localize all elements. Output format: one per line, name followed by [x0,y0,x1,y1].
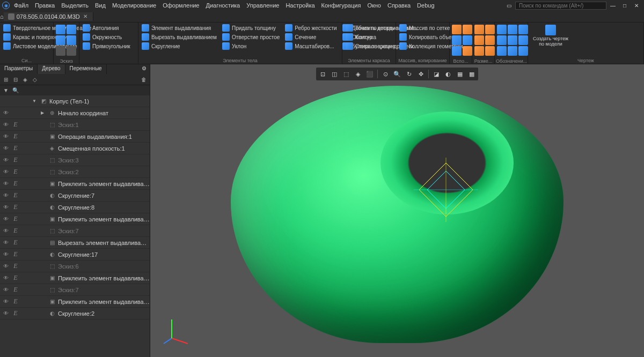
visibility-toggle-icon[interactable]: 👁 [2,251,10,258]
menu-выделить[interactable]: Выделить [58,1,92,10]
aux-tool-icon[interactable] [463,35,472,45]
close-button[interactable]: ✕ [631,1,642,10]
include-toggle-icon[interactable]: Ε [12,274,19,282]
viewport-3d[interactable]: ⊡ ◫ ⬚ ◈ ⬛ ⊙ 🔍 ↻ ✥ ◪ ◐ ▦ ▩ [150,64,644,357]
menu-настройка[interactable]: Настройка [282,1,318,10]
tree-item[interactable]: 👁Ε▣Приклеить элемент выдавливания [0,272,150,284]
tree-item[interactable]: 👁▶⊕Начало координат [0,107,150,119]
redo-icon[interactable] [67,46,76,56]
annot-tool-icon[interactable] [508,35,517,45]
open-doc-icon[interactable] [67,25,76,34]
annot-tool-icon[interactable] [508,25,517,34]
tab-tree[interactable]: Дерево [38,64,65,74]
tree-item[interactable]: 👁Ε▣Приклеить элемент выдавливания [0,213,150,225]
visibility-toggle-icon[interactable]: 👁 [2,286,10,294]
ribbon-button[interactable]: Ребро жесткости [283,24,339,32]
tree-item[interactable]: 👁Ε▣Операция выдавливания:1 [0,131,150,143]
include-toggle-icon[interactable]: Ε [12,121,19,129]
aux-tool-icon[interactable] [452,35,462,45]
include-toggle-icon[interactable]: Ε [12,310,19,317]
visibility-toggle-icon[interactable]: 👁 [2,310,10,317]
panel-settings-icon[interactable]: ⚙ [138,64,150,74]
create-drawing-button[interactable]: Создать чертеж по модели [529,24,572,56]
view-cube-icon[interactable]: ◪ [431,69,442,79]
dim-tool-icon[interactable] [485,25,495,34]
annot-tool-icon[interactable] [497,25,507,34]
include-toggle-icon[interactable]: Ε [12,192,19,199]
tree-item[interactable]: 👁Ε▣Приклеить элемент выдавливания [0,296,150,308]
visibility-toggle-icon[interactable]: 👁 [2,227,10,235]
document-tab[interactable]: 078.505.0.0104.00.M3D ✕ [4,12,93,21]
annot-tool-icon[interactable] [518,46,528,56]
menu-файл[interactable]: Файл [11,1,32,10]
ribbon-button[interactable]: Отверстие простое [220,33,282,41]
tree-item[interactable]: 👁Ε⬚Эскиз:7 [0,284,150,296]
dim-tool-icon[interactable] [485,46,495,56]
ribbon-button[interactable]: Сечение [283,33,339,41]
menu-моделирование[interactable]: Моделирование [109,1,159,10]
save-icon[interactable] [56,35,65,45]
ribbon-button[interactable]: Элемент выдавливания [140,24,219,32]
tree-view-icon[interactable]: ◈ [21,76,29,83]
visibility-toggle-icon[interactable]: 👁 [2,239,10,247]
menu-оформление[interactable]: Оформление [159,1,202,10]
tree-item[interactable]: 👁Ε▣Приклеить элемент выдавливания [0,178,150,190]
tab-parameters[interactable]: Параметры [0,64,38,74]
visibility-toggle-icon[interactable]: 👁 [2,215,10,223]
print-icon[interactable] [67,35,76,45]
include-toggle-icon[interactable]: Ε [12,298,19,306]
tree-item[interactable]: 👁Ε▤Вырезать элемент выдавливания: [0,237,150,249]
minimize-button[interactable]: — [608,1,618,10]
vp-tool-icon[interactable]: ◫ [329,69,340,79]
maximize-button[interactable]: □ [619,1,630,10]
tree-item[interactable]: 👁Ε⬚Эскиз:1 [0,119,150,131]
undo-icon[interactable] [56,46,65,56]
tree-item[interactable]: 👁Ε⬚Эскиз:7 [0,225,150,237]
include-toggle-icon[interactable]: Ε [12,239,19,247]
tree-item[interactable]: 👁Ε◈Смещенная плоскость:1 [0,143,150,154]
visibility-toggle-icon[interactable]: 👁 [2,133,10,140]
menu-окно[interactable]: Окно [364,1,384,10]
ribbon-button[interactable]: Скругление [140,42,219,50]
include-toggle-icon[interactable]: Ε [12,133,19,140]
expand-caret-icon[interactable]: ▶ [41,110,46,115]
include-toggle-icon[interactable]: Ε [12,157,19,164]
include-toggle-icon[interactable]: Ε [12,251,19,258]
zoom-icon[interactable]: 🔍 [392,69,402,79]
home-button[interactable]: ⌂ [0,13,4,20]
include-toggle-icon[interactable]: Ε [12,286,19,294]
delete-icon[interactable]: 🗑 [140,76,148,83]
annot-tool-icon[interactable] [508,46,517,56]
aux-tool-icon[interactable] [452,25,462,34]
menu-вид[interactable]: Вид [92,1,109,10]
visibility-toggle-icon[interactable]: 👁 [2,168,10,176]
dim-tool-icon[interactable] [474,35,484,45]
expand-caret-icon[interactable]: ▼ [32,99,38,103]
include-toggle-icon[interactable]: Ε [12,145,19,152]
shade-mode-icon[interactable]: ◐ [443,69,453,79]
dim-tool-icon[interactable] [474,46,484,56]
search-icon[interactable]: 🔍 [12,87,19,94]
menu-диагностика[interactable]: Диагностика [202,1,243,10]
pan-icon[interactable]: ✥ [415,69,426,79]
new-doc-icon[interactable] [56,25,65,34]
ribbon-button[interactable]: Масштабиров... [283,42,339,50]
menu-конфигурация[interactable]: Конфигурация [318,1,364,10]
tree-view-icon[interactable]: ◇ [31,76,39,83]
tab-variables[interactable]: Переменные [65,64,107,74]
annot-tool-icon[interactable] [497,46,507,56]
tree-view-icon[interactable]: ⊞ [2,76,10,83]
visibility-toggle-icon[interactable]: 👁 [2,298,10,306]
tree-item[interactable]: 👁Ε⬚Эскиз:6 [0,261,150,272]
include-toggle-icon[interactable]: Ε [12,180,19,188]
ribbon-button[interactable]: Придать толщину [220,24,282,32]
tree-item[interactable]: 👁Ε⬚Эскиз:3 [0,154,150,166]
tab-close-button[interactable]: ✕ [82,13,89,19]
menu-debug[interactable]: Debug [414,1,437,10]
visibility-toggle-icon[interactable]: 👁 [2,121,10,129]
aux-tool-icon[interactable] [463,46,472,56]
include-toggle-icon[interactable]: Ε [12,215,19,223]
command-search-input[interactable] [515,2,606,10]
visibility-toggle-icon[interactable]: 👁 [2,109,10,117]
visibility-toggle-icon[interactable]: 👁 [2,274,10,282]
